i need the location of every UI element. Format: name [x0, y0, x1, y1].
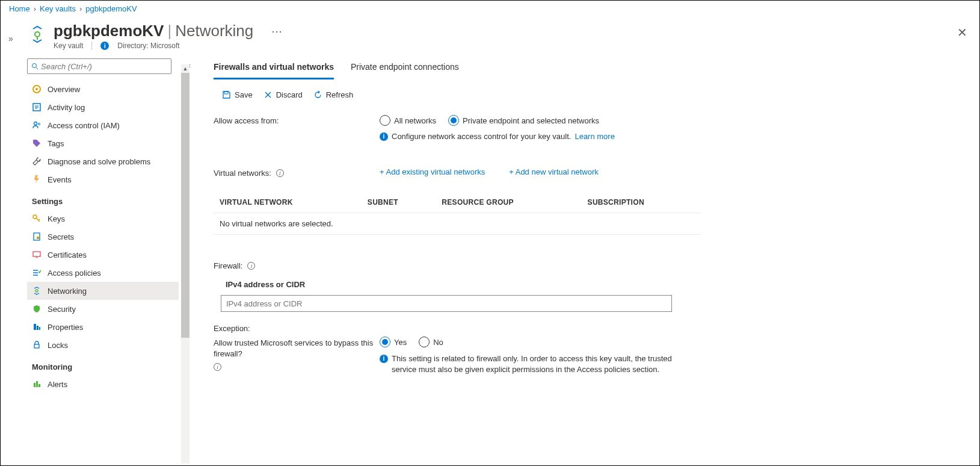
tab-firewalls[interactable]: Firewalls and virtual networks [214, 58, 334, 79]
vnet-table: VIRTUAL NETWORK SUBNET RESOURCE GROUP SU… [214, 192, 701, 235]
sidebar-item-locks[interactable]: Locks [27, 336, 179, 354]
key-icon [32, 214, 42, 223]
radio-bypass-no[interactable]: No [419, 337, 443, 347]
info-outline-icon[interactable]: i [214, 363, 221, 371]
sidebar-item-secrets[interactable]: Secrets [27, 228, 179, 246]
svg-rect-25 [34, 344, 39, 348]
tab-private-endpoints[interactable]: Private endpoint connections [351, 58, 459, 79]
col-vnet: VIRTUAL NETWORK [214, 192, 362, 213]
svg-rect-23 [37, 326, 39, 330]
cidr-column-header: IPv4 address or CIDR [214, 274, 973, 295]
shield-icon [32, 304, 42, 314]
scroll-up-icon[interactable]: ▲ [181, 64, 190, 73]
refresh-icon [313, 90, 322, 99]
wrench-icon [32, 157, 42, 166]
sidebar-item-networking[interactable]: Networking [27, 282, 179, 300]
svg-point-10 [34, 122, 37, 125]
networking-icon [32, 286, 42, 296]
radio-bypass-yes[interactable]: Yes [380, 337, 407, 347]
add-new-vnet-link[interactable]: + Add new virtual network [509, 167, 599, 176]
directory-label: Directory: Microsoft [117, 42, 179, 50]
radio-all-networks[interactable]: All networks [380, 115, 436, 126]
sidebar-header-monitoring: Monitoring [27, 354, 179, 375]
table-row: No virtual networks are selected. [214, 213, 701, 235]
keyvault-icon [27, 24, 48, 45]
sidebar-item-alerts[interactable]: Alerts [27, 375, 179, 393]
sidebar-item-iam[interactable]: Access control (IAM) [27, 116, 179, 134]
page-title-resource: pgbkpdemoKV [54, 22, 164, 40]
svg-point-2 [32, 64, 37, 68]
empty-state: No virtual networks are selected. [214, 213, 701, 235]
radio-selected-networks[interactable]: Private endpoint and selected networks [448, 115, 599, 126]
iam-icon [32, 120, 42, 130]
refresh-button[interactable]: Refresh [313, 90, 354, 99]
alerts-icon [32, 379, 42, 389]
info-icon: i [380, 132, 388, 141]
sidebar-item-certificates[interactable]: Certificates [27, 246, 179, 264]
learn-more-link[interactable]: Learn more [575, 132, 614, 141]
access-info-text: Configure network access control for you… [392, 132, 571, 141]
chevron-right-icon: › [79, 4, 82, 13]
svg-point-21 [35, 290, 38, 292]
policies-icon [32, 268, 42, 278]
expand-menu-button[interactable]: » [1, 17, 21, 464]
col-sub: SUBSCRIPTION [582, 192, 701, 213]
discard-button[interactable]: Discard [263, 90, 303, 99]
search-input[interactable] [27, 58, 171, 74]
sidebar-item-security[interactable]: Security [27, 300, 179, 318]
overview-icon [32, 84, 42, 94]
chevron-right-icon: › [34, 4, 36, 13]
breadcrumb-resource[interactable]: pgbkpdemoKV [85, 4, 137, 13]
title-divider: | [167, 22, 171, 40]
tag-icon [32, 138, 42, 148]
events-icon [32, 175, 42, 184]
sidebar-item-policies[interactable]: Access policies [27, 264, 179, 282]
sidebar-header-settings: Settings [27, 188, 179, 210]
page-title-section: Networking [175, 22, 253, 40]
svg-rect-26 [34, 383, 35, 387]
exception-info-text: This setting is related to firewall only… [392, 353, 674, 374]
sidebar-item-keys[interactable]: Keys [27, 210, 179, 228]
close-button[interactable]: ✕ [951, 22, 973, 43]
svg-point-0 [35, 32, 40, 37]
allow-access-label: Allow access from: [214, 115, 380, 125]
lock-icon [32, 340, 42, 350]
sidebar-item-properties[interactable]: Properties [27, 318, 179, 336]
save-icon [222, 90, 231, 99]
add-existing-vnet-link[interactable]: + Add existing virtual networks [380, 167, 485, 176]
breadcrumb: Home › Key vaults › pgbkpdemoKV [1, 1, 979, 17]
sidebar-item-diagnose[interactable]: Diagnose and solve problems [27, 152, 179, 170]
info-outline-icon[interactable]: i [276, 169, 284, 177]
svg-rect-28 [39, 384, 40, 387]
firewall-label: Firewall: [214, 261, 242, 270]
certificate-icon [32, 250, 42, 259]
svg-line-14 [39, 219, 40, 220]
sidebar-item-activity[interactable]: Activity log [27, 98, 179, 116]
svg-line-3 [36, 67, 38, 69]
svg-rect-24 [39, 327, 40, 330]
info-icon: i [100, 42, 109, 50]
discard-icon [263, 90, 273, 99]
cidr-input[interactable] [221, 295, 672, 312]
save-button[interactable]: Save [222, 90, 253, 99]
secret-icon [32, 232, 42, 241]
sidebar-scrollbar[interactable]: ▲ ▼ [181, 73, 190, 464]
vnet-label: Virtual networks: [214, 169, 271, 178]
resource-type-label: Key vault [54, 42, 83, 50]
sidebar-item-events[interactable]: Events [27, 170, 179, 188]
breadcrumb-keyvaults[interactable]: Key vaults [40, 4, 76, 13]
col-subnet: SUBNET [362, 192, 436, 213]
exception-header: Exception: [214, 312, 973, 337]
breadcrumb-home[interactable]: Home [9, 4, 30, 13]
sidebar-item-overview[interactable]: Overview [27, 80, 179, 98]
svg-rect-16 [37, 237, 39, 239]
svg-rect-27 [36, 381, 38, 387]
svg-point-5 [35, 88, 38, 90]
bypass-label: Allow trusted Microsoft services to bypa… [214, 338, 380, 359]
col-rg: RESOURCE GROUP [436, 192, 581, 213]
more-actions-button[interactable]: ⋯ [271, 25, 282, 38]
info-outline-icon[interactable]: i [247, 262, 255, 270]
sidebar-item-tags[interactable]: Tags [27, 134, 179, 152]
svg-rect-17 [33, 252, 40, 256]
info-icon: i [380, 355, 388, 363]
